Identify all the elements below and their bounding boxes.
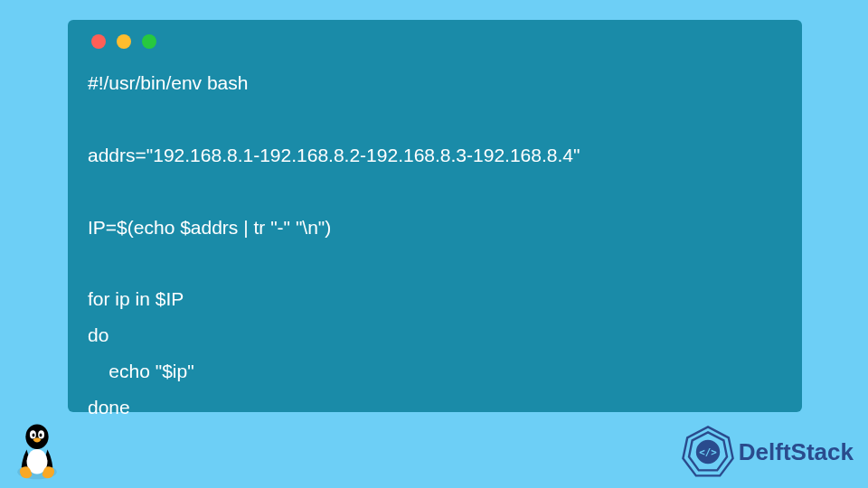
code-line: IP=$(echo $addrs | tr "-" "\n") — [88, 217, 331, 238]
maximize-icon — [142, 34, 156, 49]
code-line: addrs="192.168.8.1-192.168.8.2-192.168.8… — [88, 145, 580, 165]
code-block: #!/usr/bin/env bash addrs="192.168.8.1-1… — [88, 65, 782, 426]
code-line: done — [88, 397, 130, 418]
window-controls — [88, 34, 782, 49]
minimize-icon — [117, 34, 131, 49]
svg-point-6 — [40, 433, 42, 436]
close-icon — [91, 34, 106, 49]
code-line: for ip in $IP — [88, 288, 184, 309]
code-line: #!/usr/bin/env bash — [88, 72, 248, 93]
code-line: echo "$ip" — [88, 361, 194, 381]
code-window: #!/usr/bin/env bash addrs="192.168.8.1-1… — [68, 20, 802, 412]
svg-point-2 — [25, 424, 48, 449]
code-line: do — [88, 324, 108, 345]
tux-linux-icon — [11, 421, 63, 481]
brand-badge: </> DelftStack — [681, 425, 854, 479]
svg-text:</>: </> — [699, 446, 717, 458]
svg-point-5 — [33, 433, 35, 436]
delftstack-logo-icon: </> — [681, 425, 735, 479]
brand-name: DelftStack — [739, 438, 854, 466]
